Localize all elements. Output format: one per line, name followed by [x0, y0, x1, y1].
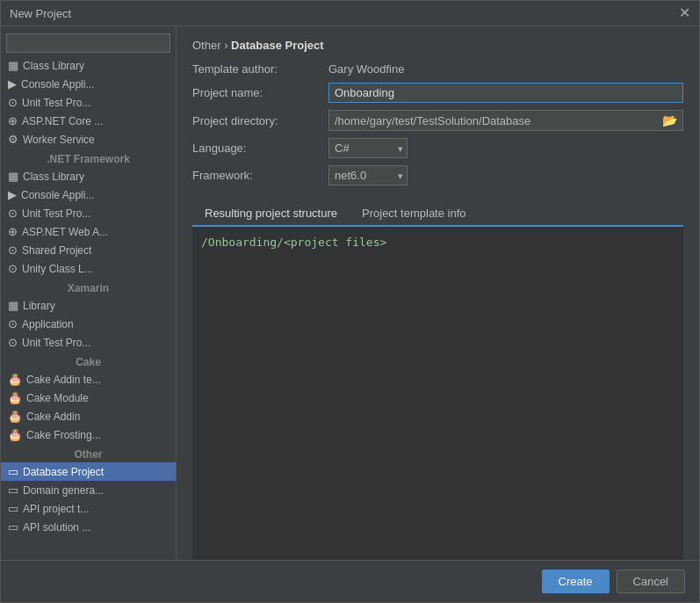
create-button[interactable]: Create: [542, 570, 610, 593]
sidebar-item-cake-module[interactable]: 🎂 Cake Module: [1, 389, 176, 407]
browse-directory-button[interactable]: 📂: [662, 113, 677, 127]
language-row: Language: C#: [192, 138, 683, 158]
sidebar-item-shared-project[interactable]: ⊙ Shared Project: [1, 241, 176, 259]
sidebar-item-application[interactable]: ⊙ Application: [1, 315, 176, 333]
sidebar-item-console-fw[interactable]: ▶ Console Appli...: [1, 185, 176, 204]
worker-icon: ⚙: [8, 133, 18, 146]
project-name-input[interactable]: [328, 83, 683, 103]
project-name-label: Project name:: [192, 86, 328, 99]
sidebar-item-cake-addin-te[interactable]: 🎂 Cake Addin te...: [1, 370, 176, 389]
console-fw-icon: ▶: [8, 188, 17, 201]
sidebar-item-unity-class[interactable]: ⊙ Unity Class L...: [1, 259, 176, 278]
template-author-label: Template author:: [192, 62, 328, 76]
unity-icon: ⊙: [8, 262, 18, 275]
tabs-bar: Resulting project structure Project temp…: [192, 201, 683, 227]
sidebar: ▦ Class Library ▶ Console Appli... ⊙ Uni…: [1, 26, 177, 560]
section-xamarin: Xamarin: [1, 278, 176, 296]
application-icon: ⊙: [8, 317, 18, 331]
aspnet-web-icon: ⊕: [8, 225, 18, 238]
framework-row: Framework: net6.0: [192, 165, 683, 185]
console-icon: ▶: [8, 77, 17, 91]
sidebar-item-api-project[interactable]: ▭ API project t...: [1, 499, 176, 518]
breadcrumb-sep: ›: [224, 39, 231, 52]
sidebar-item-domain-genera[interactable]: ▭ Domain genera...: [1, 481, 176, 499]
new-project-dialog: New Project ✕ ▦ Class Library ▶ Console …: [0, 0, 700, 603]
class-library-fw-icon: ▦: [8, 170, 18, 183]
tab-content-area: /Onboarding/<project files>: [192, 227, 683, 560]
sidebar-item-cake-frosting[interactable]: 🎂 Cake Frosting...: [1, 425, 176, 444]
shared-icon: ⊙: [8, 243, 18, 257]
template-author-row: Template author: Gary Woodfine: [192, 62, 683, 76]
search-input[interactable]: [6, 33, 170, 53]
unit-test-icon: ⊙: [8, 96, 18, 109]
project-name-row: Project name:: [192, 83, 683, 103]
cake-addin-icon: 🎂: [8, 410, 22, 423]
database-project-icon: ▭: [8, 465, 18, 478]
framework-select-wrap: net6.0: [328, 165, 408, 185]
aspnet-icon: ⊕: [8, 114, 18, 127]
close-button[interactable]: ✕: [679, 6, 690, 20]
title-bar: New Project ✕: [1, 1, 699, 26]
sidebar-item-console-appli-top[interactable]: ▶ Console Appli...: [1, 75, 176, 93]
project-directory-label: Project directory:: [192, 114, 328, 127]
section-cake: Cake: [1, 352, 176, 370]
sidebar-item-api-solution[interactable]: ▭ API solution ...: [1, 518, 176, 536]
sidebar-item-aspnet-core[interactable]: ⊕ ASP.NET Core ...: [1, 112, 176, 130]
project-directory-field: /home/gary/test/TestSolution/Database 📂: [328, 110, 683, 131]
language-select-wrap: C#: [328, 138, 408, 158]
breadcrumb-other: Other: [192, 39, 221, 52]
unit-test-x-icon: ⊙: [8, 336, 18, 349]
cancel-button[interactable]: Cancel: [617, 570, 685, 593]
breadcrumb-active: Database Project: [231, 39, 324, 52]
dialog-body: ▦ Class Library ▶ Console Appli... ⊙ Uni…: [1, 26, 699, 560]
project-structure-text: /Onboarding/<project files>: [201, 236, 386, 249]
section-other: Other: [1, 444, 176, 462]
section-dotnet-framework: .NET Framework: [1, 149, 176, 167]
api-solution-icon: ▭: [8, 520, 18, 534]
sidebar-item-class-library-top[interactable]: ▦ Class Library: [1, 56, 176, 75]
sidebar-item-aspnet-web[interactable]: ⊕ ASP.NET Web A...: [1, 222, 176, 241]
library-icon: ▦: [8, 299, 18, 312]
breadcrumb: Other › Database Project: [192, 39, 683, 52]
language-label: Language:: [192, 142, 328, 155]
tab-resulting-structure[interactable]: Resulting project structure: [192, 201, 350, 227]
language-select[interactable]: C#: [328, 138, 408, 158]
sidebar-item-class-library-fw[interactable]: ▦ Class Library: [1, 167, 176, 185]
cake-module-icon: 🎂: [8, 391, 22, 404]
sidebar-item-database-project[interactable]: ▭ Database Project: [1, 462, 176, 481]
template-author-value: Gary Woodfine: [328, 62, 404, 76]
sidebar-item-library[interactable]: ▦ Library: [1, 296, 176, 315]
api-project-icon: ▭: [8, 502, 18, 515]
right-panel: Other › Database Project Template author…: [177, 26, 699, 560]
dialog-footer: Create Cancel: [1, 560, 699, 602]
sidebar-item-worker-service[interactable]: ⚙ Worker Service: [1, 130, 176, 149]
project-directory-value: /home/gary/test/TestSolution/Database: [335, 114, 530, 127]
domain-genera-icon: ▭: [8, 483, 18, 497]
sidebar-item-unit-test-x[interactable]: ⊙ Unit Test Pro...: [1, 333, 176, 352]
class-library-icon: ▦: [8, 59, 18, 72]
sidebar-item-unit-test-fw[interactable]: ⊙ Unit Test Pro...: [1, 204, 176, 222]
project-directory-row: Project directory: /home/gary/test/TestS…: [192, 110, 683, 131]
tab-template-info[interactable]: Project template info: [350, 201, 479, 227]
cake-frosting-icon: 🎂: [8, 428, 22, 441]
sidebar-item-unit-test-top[interactable]: ⊙ Unit Test Pro...: [1, 93, 176, 112]
cake-addin-te-icon: 🎂: [8, 373, 22, 386]
dialog-title: New Project: [10, 7, 71, 20]
unit-test-fw-icon: ⊙: [8, 207, 18, 220]
sidebar-item-cake-addin[interactable]: 🎂 Cake Addin: [1, 407, 176, 425]
framework-label: Framework:: [192, 169, 328, 182]
framework-select[interactable]: net6.0: [328, 165, 408, 185]
